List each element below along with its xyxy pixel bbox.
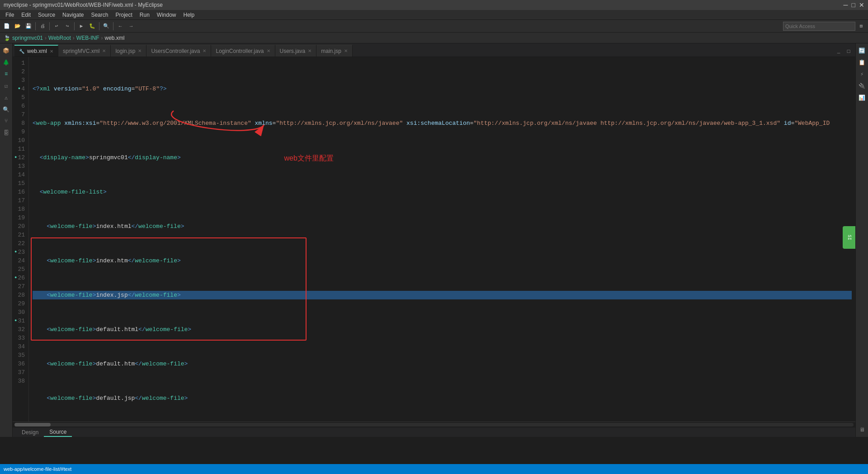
toolbar-open[interactable]: 📂 (13, 21, 23, 31)
tab-icon-webxml: 🔧 (19, 49, 24, 54)
toolbar-back[interactable]: ← (115, 21, 125, 31)
menu-window[interactable]: Window (153, 11, 180, 19)
code-line-10: <welcome-file>default.jsp</welcome-file> (33, 394, 852, 403)
scroll-thumb[interactable] (14, 423, 51, 427)
minimize-button[interactable]: ─ (844, 1, 848, 9)
menu-edit[interactable]: Edit (18, 11, 34, 19)
tab-login[interactable]: login.jsp ✕ (111, 45, 146, 57)
right-sidebar-icon-5[interactable]: 📊 (857, 92, 868, 103)
quick-access-input[interactable] (783, 22, 855, 31)
menu-run[interactable]: Run (136, 11, 153, 19)
annotation-arrow (119, 102, 300, 156)
tab-source[interactable]: Source (44, 428, 72, 437)
status-bar: web-app/welcome-file-list/#text (0, 464, 868, 474)
toolbar: 📄 📂 💾 🖨 ↩ ↪ ▶ 🐛 🔍 ← → ⊞ (0, 20, 868, 33)
menu-bar: File Edit Source Navigate Search Project… (0, 10, 868, 20)
menu-help[interactable]: Help (180, 11, 198, 19)
breadcrumb-icon: 🍃 (4, 35, 10, 41)
tab-webxml[interactable]: 🔧 web.xml ✕ (14, 45, 58, 57)
tab-close-springmvc[interactable]: ✕ (102, 48, 106, 53)
toolbar-undo[interactable]: ↩ (52, 21, 61, 31)
right-sidebar-icon-6[interactable]: 🖥 (857, 424, 868, 435)
maximize-editor[interactable]: □ (844, 47, 854, 57)
sidebar-tasks[interactable]: ☑ (1, 81, 12, 91)
breadcrumb-webinf[interactable]: WEB-INF (76, 35, 99, 41)
right-sidebar-icon-3[interactable]: ⚡ (857, 69, 868, 80)
sidebar-type-hierarchy[interactable]: 🌲 (1, 57, 12, 68)
maximize-button[interactable]: □ (852, 1, 855, 9)
code-line-5: <welcome-file>index.html</welcome-file> (33, 222, 852, 231)
tab-label-springmvc: springMVC.xml (63, 48, 99, 54)
toolbar-sep-3 (74, 22, 75, 30)
code-editor[interactable]: 1 2 3 ●4 5 6 7 8 9 10 11 ●12 13 14 15 16… (13, 57, 855, 422)
left-sidebar: 📦 🌲 ≡ ☑ ⚠ 🔍 ⑂ 🗄 (0, 43, 13, 437)
toolbar-perspective[interactable]: ⊞ (856, 21, 866, 31)
tab-close-users[interactable]: ✕ (308, 48, 311, 53)
toolbar-new[interactable]: 📄 (2, 21, 12, 31)
line-numbers: 1 2 3 ●4 5 6 7 8 9 10 11 ●12 13 14 15 16… (13, 57, 29, 422)
code-line-6: <welcome-file>index.htm</welcome-file> (33, 256, 852, 265)
toolbar-redo[interactable]: ↪ (62, 21, 72, 31)
tab-close-logincontroller[interactable]: ✕ (267, 48, 270, 53)
menu-navigate[interactable]: Navigate (59, 11, 87, 19)
toolbar-save[interactable]: 💾 (24, 21, 33, 31)
right-sidebar-icon-1[interactable]: 🔄 (857, 45, 868, 56)
tabs-right-controls: _ □ (834, 47, 855, 57)
code-line-3: <display-name>springmvc01</display-name> (33, 153, 852, 162)
tab-label-logincontroller: LoginController.java (216, 48, 264, 54)
tab-close-webxml[interactable]: ✕ (50, 49, 53, 54)
tab-label-login: login.jsp (115, 48, 135, 54)
tab-design[interactable]: Design (16, 428, 44, 436)
close-button[interactable]: ✕ (859, 1, 864, 9)
tab-label-webxml: web.xml (27, 48, 47, 54)
right-sidebar-icon-2[interactable]: 📋 (857, 57, 868, 68)
sidebar-problems[interactable]: ⚠ (1, 92, 12, 103)
toolbar-sep-1 (35, 22, 36, 30)
tab-userscontroller[interactable]: UsersController.java ✕ (146, 45, 211, 57)
tab-close-mainjsp[interactable]: ✕ (344, 48, 348, 53)
sidebar-search[interactable]: 🔍 (1, 104, 12, 115)
editor-area: 🔧 web.xml ✕ springMVC.xml ✕ login.jsp ✕ … (13, 43, 855, 437)
scroll-track[interactable] (14, 423, 854, 427)
tab-users[interactable]: Users.java ✕ (275, 45, 317, 57)
tab-close-userscontroller[interactable]: ✕ (203, 48, 206, 53)
minimize-editor[interactable]: _ (834, 47, 844, 57)
window-controls[interactable]: ─ □ ✕ (844, 1, 864, 9)
right-sidebar-icon-4[interactable]: 🔌 (857, 81, 868, 91)
toolbar-run[interactable]: ▶ (76, 21, 86, 31)
tab-label-users: Users.java (280, 48, 306, 54)
menu-project[interactable]: Project (112, 11, 136, 19)
sidebar-outline[interactable]: ≡ (1, 69, 12, 80)
right-sidebar: 🔄 📋 ⚡ 🔌 📊 🖥 (855, 43, 868, 437)
breadcrumb-project[interactable]: springmvc01 (12, 35, 43, 41)
sidebar-git[interactable]: ⑂ (1, 116, 12, 127)
green-panel-button[interactable]: SI (843, 226, 855, 249)
menu-search[interactable]: Search (87, 11, 112, 19)
toolbar-forward[interactable]: → (126, 21, 136, 31)
breadcrumb: 🍃 springmvc01 › WebRoot › WEB-INF › web.… (0, 33, 868, 43)
toolbar-print[interactable]: 🖨 (38, 21, 47, 31)
breadcrumb-webroot[interactable]: WebRoot (48, 35, 71, 41)
bottom-tabs: Design Source (13, 427, 855, 437)
tab-label-mainjsp: main.jsp (321, 48, 341, 54)
status-path: web-app/welcome-file-list/#text (4, 466, 71, 472)
code-content[interactable]: <?xml version="1.0" encoding="UTF-8"?> <… (29, 57, 855, 422)
toolbar-sep-4 (99, 22, 99, 30)
tab-close-login[interactable]: ✕ (138, 48, 142, 53)
horizontal-scrollbar[interactable] (13, 422, 855, 427)
toolbar-debug[interactable]: 🐛 (87, 21, 97, 31)
tab-mainjsp[interactable]: main.jsp ✕ (316, 45, 353, 57)
sidebar-db[interactable]: 🗄 (1, 128, 12, 138)
editor-tabs: 🔧 web.xml ✕ springMVC.xml ✕ login.jsp ✕ … (13, 43, 855, 57)
title-text: myeclipse - springmvc01/WebRoot/WEB-INF/… (4, 2, 163, 8)
code-line-2: <web-app xmlns:xsi="http://www.w3.org/20… (33, 119, 852, 128)
menu-source[interactable]: Source (34, 11, 59, 19)
sidebar-package-explorer[interactable]: 📦 (1, 45, 12, 56)
code-line-1: <?xml version="1.0" encoding="UTF-8"?> (33, 85, 852, 93)
tab-springmvc[interactable]: springMVC.xml ✕ (58, 45, 111, 57)
tab-logincontroller[interactable]: LoginController.java ✕ (211, 45, 275, 57)
code-line-9: <welcome-file>default.htm</welcome-file> (33, 360, 852, 368)
toolbar-search[interactable]: 🔍 (101, 21, 111, 31)
code-line-8: <welcome-file>default.html</welcome-file… (33, 325, 852, 334)
menu-file[interactable]: File (2, 11, 18, 19)
